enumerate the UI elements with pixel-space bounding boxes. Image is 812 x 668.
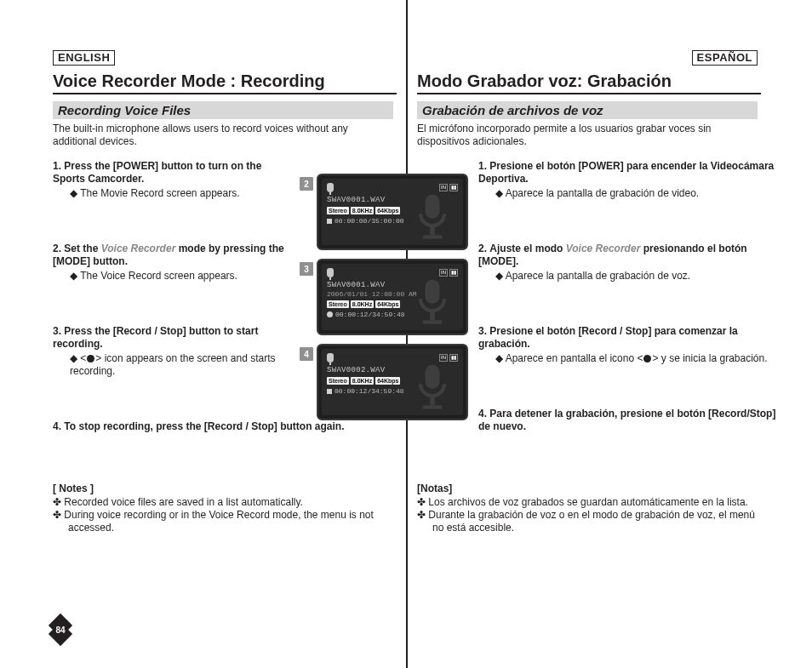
step-2-es-sub: Aparece la pantalla de grabación de voz. xyxy=(495,270,783,283)
mic-icon xyxy=(327,353,334,363)
notes-heading-en: [ Notes ] xyxy=(53,482,393,494)
step-chip-4: 4 xyxy=(300,347,313,361)
mic-watermark-icon xyxy=(407,192,458,240)
indicator-icons: IN▮▮ xyxy=(439,354,458,362)
note-es-2: Durante la grabación de voz o en el modo… xyxy=(417,509,758,534)
mic-watermark-icon xyxy=(407,363,458,410)
step-2-en: 2. Set the Voice Recorder mode by pressi… xyxy=(53,243,295,283)
svg-rect-6 xyxy=(426,365,440,389)
step-chip-3: 3 xyxy=(300,262,313,276)
indicator-icons: IN▮▮ xyxy=(439,269,458,277)
note-en-2: During voice recording or in the Voice R… xyxy=(53,509,393,534)
record-icon xyxy=(87,355,94,363)
step-3-en-sub: <> icon appears on the screen and starts… xyxy=(70,352,295,378)
lcd-4: 4 IN▮▮ SWAV0002.WAV Stereo 8.0KHz 64Kbps xyxy=(300,344,470,420)
lcd-illustrations: 2 IN▮▮ SWAV0001.WAV Stereo 8.0KHz 64Kbps xyxy=(300,174,470,429)
svg-rect-3 xyxy=(426,280,440,304)
step-3-es-sub: Aparece en pantalla el icono <> y se ini… xyxy=(495,352,783,365)
intro-english: The built-in microphone allows users to … xyxy=(53,123,393,148)
note-es-1: Los archivos de voz grabados se guardan … xyxy=(417,496,758,509)
step-3-es: 3. Presione el botón [Record / Stop] par… xyxy=(478,325,783,365)
record-icon xyxy=(643,355,651,363)
notes-es: Los archivos de voz grabados se guardan … xyxy=(417,496,758,534)
language-spanish-label: ESPAÑOL xyxy=(692,50,758,66)
title-spanish: Modo Grabador voz: Grabación xyxy=(417,71,758,91)
notes-en: Recorded voice files are saved in a list… xyxy=(53,496,393,534)
svg-rect-7 xyxy=(430,396,435,405)
mic-icon xyxy=(327,183,334,192)
step-1-es-sub: Aparece la pantalla de grabación de vide… xyxy=(495,187,783,200)
svg-rect-1 xyxy=(430,226,435,235)
mic-watermark-icon xyxy=(407,277,458,325)
page-number-badge: 84 xyxy=(48,617,73,642)
step-1-en: 1. Press the [POWER] button to turn on t… xyxy=(53,160,295,200)
record-icon xyxy=(327,311,333,317)
step-chip-2: 2 xyxy=(300,177,313,191)
note-en-1: Recorded voice files are saved in a list… xyxy=(53,496,393,509)
stop-icon xyxy=(327,219,332,224)
svg-rect-5 xyxy=(423,320,442,323)
lcd-2: 2 IN▮▮ SWAV0001.WAV Stereo 8.0KHz 64Kbps xyxy=(300,174,470,250)
intro-spanish: El micrófono incorporado permite a los u… xyxy=(417,123,758,148)
section-spanish: Grabación de archivos de voz xyxy=(417,101,758,119)
indicator-icons: IN▮▮ xyxy=(439,184,458,191)
svg-rect-0 xyxy=(426,195,440,219)
mic-icon xyxy=(327,268,334,277)
title-rule xyxy=(417,93,761,94)
svg-rect-2 xyxy=(423,235,442,238)
language-english-label: ENGLISH xyxy=(53,50,115,66)
title-english: Voice Recorder Mode : Recording xyxy=(53,71,393,91)
page-number: 84 xyxy=(48,617,73,642)
step-1-en-sub: The Movie Record screen appears. xyxy=(70,187,295,200)
step-2-en-sub: The Voice Record screen appears. xyxy=(70,270,295,283)
svg-rect-4 xyxy=(430,311,435,320)
step-2-es: 2. Ajuste el modo Voice Recorder presion… xyxy=(478,243,783,283)
lcd-3: 3 IN▮▮ SWAV0001.WAV 2006/01/01 12:00:00 … xyxy=(300,259,470,335)
svg-rect-8 xyxy=(423,405,442,408)
step-1-es: 1. Presione el botón [POWER] para encend… xyxy=(478,160,783,200)
steps-spanish: 1. Presione el botón [POWER] para encend… xyxy=(434,160,758,433)
step-3-en: 3. Press the [Record / Stop] button to s… xyxy=(53,325,295,378)
step-4-es: 4. Para detener la grabación, presione e… xyxy=(478,408,783,433)
section-english: Recording Voice Files xyxy=(53,101,393,119)
title-rule xyxy=(53,93,397,94)
stop-icon xyxy=(327,389,332,394)
notes-heading-es: [Notas] xyxy=(417,482,758,494)
